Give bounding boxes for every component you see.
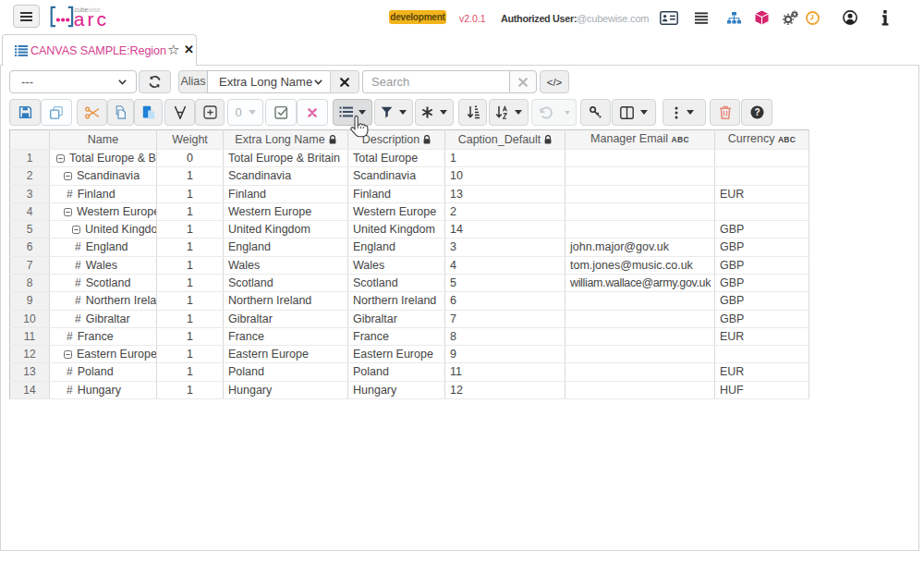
svg-text:?: ?: [754, 107, 760, 117]
svg-text:arc: arc: [74, 8, 109, 30]
